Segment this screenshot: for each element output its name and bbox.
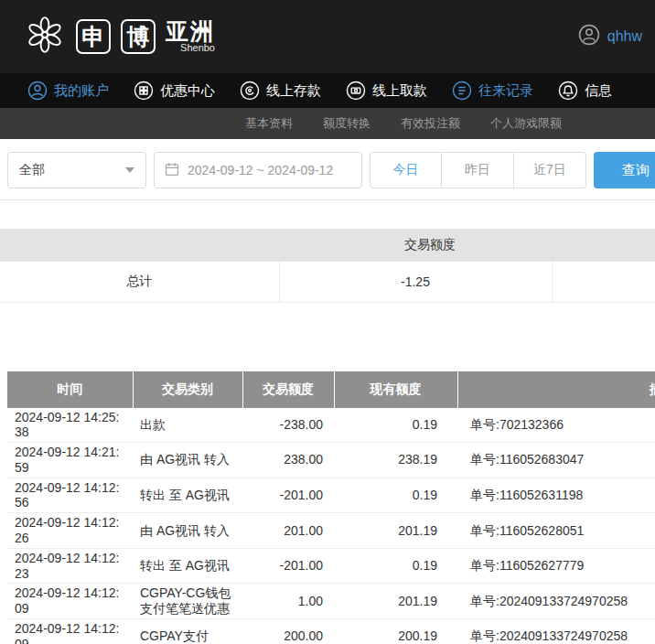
summary-total-value: -1.25 xyxy=(279,262,552,302)
cell-amount: 1.00 xyxy=(242,584,334,619)
cell-remark: 单号:116052627779 xyxy=(457,548,655,584)
chevron-down-icon xyxy=(125,167,134,173)
cell-type: 由 AG视讯 转入 xyxy=(133,513,242,549)
sub-nav: 基本资料 额度转换 有效投注额 个人游戏限额 xyxy=(0,108,655,139)
quick-btn-last7days[interactable]: 近7日 xyxy=(514,152,586,188)
table-row: 2024-09-12 14:12:56 转出 至 AG视讯 -201.00 0.… xyxy=(7,478,655,513)
quick-btn-today[interactable]: 今日 xyxy=(370,152,442,188)
cell-amount: 201.00 xyxy=(242,513,334,549)
type-dropdown[interactable]: 全部 xyxy=(7,152,146,188)
nav-item-withdraw[interactable]: 线上取款 xyxy=(346,80,427,101)
cell-type: 转出 至 AG视讯 xyxy=(133,548,242,584)
summary-table: 交易额度 总计 -1.25 xyxy=(0,229,655,303)
transactions-section: 时间 交易类别 交易额度 现有额度 摘要 2024-09-12 14:25:38… xyxy=(7,371,655,644)
nav-label: 线上取款 xyxy=(372,82,427,100)
search-button[interactable]: 查询 xyxy=(594,152,655,188)
cell-amount: 238.00 xyxy=(242,443,334,478)
col-time: 时间 xyxy=(7,371,133,408)
nav-label: 线上存款 xyxy=(266,82,321,100)
cell-type: 出款 xyxy=(133,408,242,443)
main-nav: 我的账户 优惠中心 线上存款 线上取款 往来记录 信息 xyxy=(0,73,655,108)
nav-item-promotions[interactable]: 优惠中心 xyxy=(134,80,215,101)
col-type: 交易类别 xyxy=(133,371,242,408)
cell-time: 2024-09-12 14:12:56 xyxy=(7,478,133,513)
col-amount: 交易额度 xyxy=(242,371,334,408)
subnav-item-game-limits[interactable]: 个人游戏限额 xyxy=(490,115,562,132)
quick-date-group: 今日 昨日 近7日 xyxy=(370,152,586,188)
calendar-icon xyxy=(165,162,179,179)
cell-type: CGPAY-CG钱包支付笔笔送优惠 xyxy=(133,584,242,619)
user-account[interactable]: qhhw xyxy=(578,24,642,49)
nav-label: 我的账户 xyxy=(54,82,109,100)
quick-btn-yesterday[interactable]: 昨日 xyxy=(442,152,514,188)
col-remark: 摘要 xyxy=(457,371,655,408)
nav-label: 往来记录 xyxy=(478,82,533,100)
summary-header-row: 交易额度 xyxy=(0,229,655,262)
cell-remark: 单号:116052628051 xyxy=(457,513,655,549)
cell-amount: -201.00 xyxy=(242,478,334,513)
cell-balance: 201.19 xyxy=(334,513,457,549)
summary-total-row: 总计 -1.25 xyxy=(0,262,655,302)
cell-remark: 单号:702132366 xyxy=(457,408,655,443)
nav-item-messages[interactable]: 信息 xyxy=(558,80,612,101)
table-row: 2024-09-12 14:21:59 由 AG视讯 转入 238.00 238… xyxy=(7,443,655,478)
table-row: 2024-09-12 14:12:09 CGPAY支付 200.00 200.1… xyxy=(7,619,655,644)
filter-bar: 全部 2024-09-12 ~ 2024-09-12 今日 昨日 近7日 查询 xyxy=(0,139,655,200)
date-range-value: 2024-09-12 ~ 2024-09-12 xyxy=(188,163,333,177)
summary-section: 交易额度 总计 -1.25 xyxy=(0,229,655,303)
cell-amount: 200.00 xyxy=(242,619,334,644)
nav-item-deposit[interactable]: 线上存款 xyxy=(240,80,321,101)
type-dropdown-value: 全部 xyxy=(19,162,45,178)
brand-region: 亚洲 xyxy=(166,19,215,43)
cell-balance: 0.19 xyxy=(334,548,457,584)
records-icon xyxy=(452,80,472,101)
nav-label: 优惠中心 xyxy=(160,82,215,100)
user-avatar-icon xyxy=(578,24,600,49)
cell-time: 2024-09-12 14:12:26 xyxy=(7,513,133,549)
cell-balance: 201.19 xyxy=(334,584,457,619)
username: qhhw xyxy=(607,28,642,45)
subnav-item-valid-bets[interactable]: 有效投注额 xyxy=(401,115,460,132)
transactions-table: 时间 交易类别 交易额度 现有额度 摘要 2024-09-12 14:25:38… xyxy=(7,371,655,644)
nav-item-transaction-records[interactable]: 往来记录 xyxy=(452,80,533,101)
cell-time: 2024-09-12 14:12:09 xyxy=(7,584,133,619)
transactions-header-row: 时间 交易类别 交易额度 现有额度 摘要 xyxy=(7,371,655,408)
table-row: 2024-09-12 14:12:26 由 AG视讯 转入 201.00 201… xyxy=(7,513,655,549)
top-header: 申 博 亚洲 Shenbo qhhw xyxy=(0,0,655,73)
cell-type: CGPAY支付 xyxy=(133,619,242,644)
cell-amount: -238.00 xyxy=(242,408,334,443)
summary-total-label: 总计 xyxy=(0,262,279,302)
table-row: 2024-09-12 14:25:38 出款 -238.00 0.19 单号:7… xyxy=(7,408,655,443)
cell-time: 2024-09-12 14:21:59 xyxy=(7,443,133,478)
subnav-item-basic-info[interactable]: 基本资料 xyxy=(245,115,293,132)
cell-time: 2024-09-12 14:12:09 xyxy=(7,619,133,644)
subnav-item-credit-transfer[interactable]: 额度转换 xyxy=(323,115,370,132)
deposit-icon xyxy=(240,80,260,101)
cell-time: 2024-09-12 14:12:23 xyxy=(7,548,133,584)
table-row: 2024-09-12 14:12:23 转出 至 AG视讯 -201.00 0.… xyxy=(7,548,655,584)
summary-empty-cell xyxy=(552,262,655,302)
cell-type: 由 AG视讯 转入 xyxy=(133,443,242,478)
promo-icon xyxy=(134,80,154,101)
cell-remark: 单号:202409133724970258 xyxy=(457,619,655,644)
cell-remark: 单号:116052631198 xyxy=(457,478,655,513)
cell-remark: 单号:202409133724970258 xyxy=(457,584,655,619)
bell-icon xyxy=(558,80,578,101)
nav-item-my-account[interactable]: 我的账户 xyxy=(27,80,109,101)
user-icon xyxy=(27,80,48,101)
cell-balance: 0.19 xyxy=(334,408,457,443)
date-range-input[interactable]: 2024-09-12 ~ 2024-09-12 xyxy=(154,152,362,188)
flower-logo-icon xyxy=(24,14,66,59)
withdraw-icon xyxy=(346,80,366,101)
brand-subtitle: Shenbo xyxy=(180,43,215,54)
logo-box-shen: 申 xyxy=(76,19,111,54)
summary-header: 交易额度 xyxy=(0,229,655,262)
nav-label: 信息 xyxy=(585,82,612,100)
cell-time: 2024-09-12 14:25:38 xyxy=(7,408,133,443)
logo-box-bo: 博 xyxy=(121,19,156,54)
table-row: 2024-09-12 14:12:09 CGPAY-CG钱包支付笔笔送优惠 1.… xyxy=(7,584,655,619)
cell-type: 转出 至 AG视讯 xyxy=(133,478,242,513)
cell-amount: -201.00 xyxy=(242,548,334,584)
cell-balance: 200.19 xyxy=(334,619,457,644)
brand-logo[interactable]: 申 博 亚洲 Shenbo xyxy=(24,14,215,59)
